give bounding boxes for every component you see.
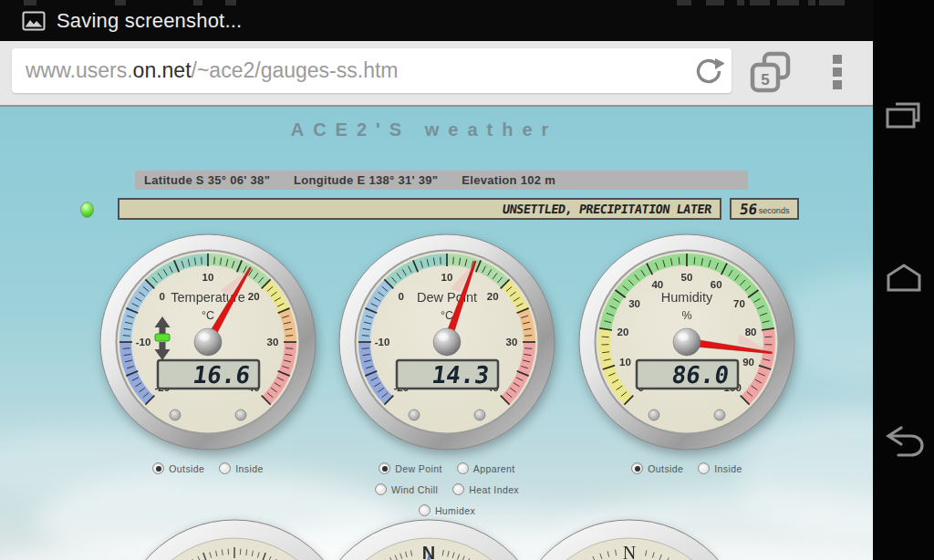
partial-gauge: N	[502, 511, 757, 560]
notification-text: Saving screenshot...	[57, 9, 242, 33]
reload-icon[interactable]	[693, 56, 724, 87]
status-icon-fragment	[24, 0, 36, 5]
svg-text:0: 0	[399, 291, 404, 302]
gauge-unit: °C	[202, 309, 214, 322]
page-title: ACE2'S weather	[0, 119, 848, 140]
longitude-label: Longitude E 138° 31' 39"	[294, 173, 438, 187]
url-bar[interactable]: www.users.on.net/~ace2/gauges-ss.htm	[12, 48, 732, 93]
status-icon-fragment	[225, 0, 236, 5]
radio-label: Inside	[235, 463, 263, 474]
overflow-menu-icon[interactable]	[828, 52, 848, 92]
navigation-bar	[873, 0, 934, 560]
svg-text:20: 20	[617, 327, 628, 337]
humidity-gauge: 0102030405060708090100Humidity % 86.0	[577, 233, 796, 451]
status-icon-fragment	[819, 0, 845, 5]
radio-label: Apparent	[473, 463, 515, 474]
radio-label: Heat Index	[469, 484, 519, 495]
radio-label: Outside	[648, 463, 683, 474]
browser-toolbar: www.users.on.net/~ace2/gauges-ss.htm 5	[0, 41, 873, 107]
svg-text:-10: -10	[136, 337, 151, 347]
seconds-unit: seconds	[759, 206, 790, 215]
seconds-value: 56	[738, 201, 758, 218]
status-icon-fragment	[706, 0, 724, 5]
status-icon-fragment	[193, 0, 202, 5]
status-icon-fragment	[750, 0, 770, 5]
radio-label: Outside	[169, 463, 204, 474]
radio-dew-point[interactable]: Dew Point	[379, 463, 441, 474]
saving-screenshot-notification[interactable]: Saving screenshot...	[22, 9, 242, 33]
gauge-knob	[170, 410, 181, 420]
radio-apparent[interactable]: Apparent	[457, 463, 515, 474]
radio-label: Dew Point	[395, 463, 441, 474]
needle-hub	[673, 328, 700, 356]
radio-heat-index[interactable]: Heat Index	[452, 484, 519, 495]
svg-text:0: 0	[160, 291, 165, 302]
svg-text:30: 30	[506, 337, 518, 347]
radio-label: Wind Chill	[391, 484, 438, 495]
temperature-gauge: -20-10010203040Temperature °C 16.6	[99, 233, 317, 451]
radio-button[interactable]	[698, 462, 710, 474]
back-icon[interactable]	[883, 423, 925, 461]
forecast-text: UNSETTLED, PRECIPITATION LATER	[502, 202, 712, 216]
elevation-label: Elevation 102 m	[462, 173, 555, 187]
radio-outside[interactable]: Outside	[631, 463, 683, 474]
svg-text:40: 40	[651, 279, 663, 290]
tab-switcher-icon[interactable]: 5	[746, 50, 794, 94]
status-icon-fragment	[737, 0, 744, 5]
lcd-value: 16.6	[192, 361, 253, 389]
home-icon[interactable]	[883, 257, 925, 294]
radio-inside[interactable]: Inside	[698, 463, 742, 474]
lcd-value: 14.3	[431, 361, 492, 389]
svg-text:10: 10	[441, 272, 453, 283]
status-icon-fragment	[677, 0, 691, 5]
status-icon-fragment	[808, 0, 815, 5]
gauge-knob	[474, 410, 485, 420]
gauge-knob	[235, 410, 246, 420]
svg-text:30: 30	[267, 337, 279, 347]
needle-hub	[433, 328, 461, 356]
radio-button[interactable]	[631, 462, 643, 474]
svg-text:70: 70	[733, 298, 745, 309]
gauge-title: Humidity	[661, 290, 713, 305]
svg-text:30: 30	[628, 298, 640, 309]
svg-text:10: 10	[619, 357, 631, 368]
gauge-unit: %	[681, 309, 691, 322]
radio-button[interactable]	[219, 462, 231, 474]
svg-text:90: 90	[742, 357, 754, 368]
svg-text:20: 20	[487, 291, 499, 302]
svg-text:20: 20	[248, 291, 260, 302]
temperature-options: OutsideInside	[71, 460, 345, 481]
svg-text:50: 50	[681, 272, 693, 283]
svg-text:-10: -10	[375, 337, 390, 347]
svg-text:80: 80	[745, 327, 757, 337]
svg-text:10: 10	[202, 272, 214, 283]
url-text: www.users.on.net/~ace2/gauges-ss.htm	[26, 58, 398, 83]
radio-label: Inside	[714, 463, 742, 474]
needle-hub	[194, 328, 222, 356]
status-icon-fragment	[115, 0, 126, 5]
radio-button[interactable]	[375, 483, 387, 495]
radio-inside[interactable]: Inside	[219, 463, 263, 474]
tab-count: 5	[761, 71, 769, 88]
recent-apps-icon[interactable]	[883, 97, 925, 135]
gauge-title: Dew Point	[417, 290, 477, 305]
dew-point-gauge: -20-10010203040Dew Point °C 14.3	[337, 233, 556, 451]
radio-button[interactable]	[152, 462, 164, 474]
radio-wind-chill[interactable]: Wind Chill	[375, 484, 438, 495]
android-screen: Saving screenshot... www.users.on.net/~a…	[0, 0, 934, 560]
radio-button[interactable]	[379, 462, 390, 474]
radio-outside[interactable]: Outside	[152, 463, 204, 474]
humidity-options: OutsideInside	[550, 460, 824, 481]
radio-button[interactable]	[452, 483, 464, 495]
forecast-ticker: UNSETTLED, PRECIPITATION LATER	[118, 198, 721, 220]
gauge-knob	[649, 410, 659, 420]
latitude-label: Latitude S 35° 06' 38"	[144, 173, 270, 187]
image-icon	[22, 11, 46, 31]
location-bar: Latitude S 35° 06' 38" Longitude E 138° …	[135, 171, 748, 190]
lcd-value: 86.0	[670, 361, 732, 389]
webpage: ACE2'S weather Latitude S 35° 06' 38" Lo…	[0, 107, 873, 560]
radio-button[interactable]	[457, 462, 469, 474]
gauge-knob	[714, 410, 725, 420]
compass-north-label: N	[623, 543, 636, 560]
status-bar: Saving screenshot...	[0, 0, 934, 41]
